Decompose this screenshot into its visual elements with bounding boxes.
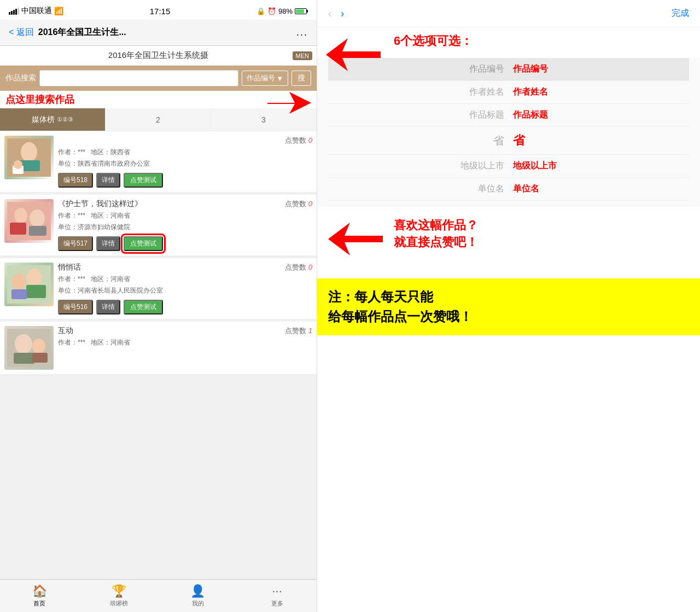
- work-title-row: 互动 点赞数 1: [58, 326, 312, 336]
- lock-icon: 🔒: [256, 7, 265, 15]
- nav-title: 2016年全国卫生计生...: [38, 27, 292, 38]
- work-info: 互动 点赞数 1 作者：*** 地区：河南省: [58, 326, 312, 370]
- work-thumbnail: [4, 136, 54, 179]
- annotation-arrow: [267, 92, 311, 116]
- like-instruction: 喜欢这幅作品？ 就直接点赞吧！: [394, 217, 478, 251]
- option-light-label: 作品标题: [328, 104, 509, 127]
- bottom-nav-ranking-label: 琅琊榜: [110, 599, 128, 608]
- work-meta-author: 作者：*** 地区：河南省: [58, 211, 312, 220]
- work-info: 点赞数 0 作者：*** 地区：陕西省 单位：陕西省渭南市政府办公室 编号518…: [58, 136, 312, 188]
- work-item: 《护士节，我们这样过》 点赞数 0 作者：*** 地区：河南省 单位：济源市妇幼…: [0, 195, 317, 256]
- done-button[interactable]: 完成: [672, 8, 689, 19]
- svg-marker-21: [326, 38, 381, 71]
- back-button[interactable]: < 返回: [9, 27, 34, 38]
- work-detail-button[interactable]: 详情: [96, 173, 120, 188]
- work-like-button[interactable]: 点赞测试: [124, 300, 163, 314]
- work-title: 悄悄话: [58, 263, 81, 272]
- battery-icon: [295, 8, 308, 14]
- svg-rect-15: [11, 289, 27, 299]
- note-line1: 注：每人每天只能: [328, 287, 689, 307]
- bottom-nav-ranking[interactable]: 🏆 琅琊榜: [79, 580, 159, 612]
- like-arrow-indicator: [328, 223, 383, 258]
- ranking-icon: 🏆: [112, 584, 126, 598]
- tab-2[interactable]: 2: [106, 108, 211, 131]
- svg-rect-20: [32, 353, 48, 363]
- bottom-nav-home[interactable]: 🏠 首页: [0, 580, 79, 612]
- nav-bar: < 返回 2016年全国卫生计生... ...: [0, 20, 317, 46]
- instruction-panel: ‹ › 完成 6个选项可选： 作品编号 作品编号 作者姓名 作者姓名: [317, 0, 700, 612]
- bottom-nav-more[interactable]: ··· 更多: [237, 580, 317, 612]
- svg-point-2: [21, 142, 37, 162]
- app-header-text: 2016年全国卫生计生系统摄: [108, 50, 208, 60]
- dropdown-icon: ▼: [276, 74, 283, 83]
- left-arrow-indicator: [326, 38, 381, 73]
- status-bar: 中国联通 📶 17:15 🔒 ⏰ 98%: [0, 0, 317, 20]
- work-like-button[interactable]: 点赞测试: [124, 236, 163, 251]
- svg-point-5: [14, 160, 22, 169]
- nav-arrows: ‹ ›: [328, 7, 344, 20]
- work-meta-unit: 单位：陕西省渭南市政府办公室: [58, 159, 312, 168]
- work-item: 互动 点赞数 1 作者：*** 地区：河南省: [0, 322, 317, 375]
- tab-mediabang[interactable]: 媒体榜 ①②③: [0, 108, 106, 131]
- tab-rank-numbers: ①②③: [57, 116, 73, 123]
- work-id-button[interactable]: 编号516: [58, 300, 93, 314]
- option-bold-label: 单位名: [509, 178, 689, 201]
- like-instruction-line1: 喜欢这幅作品？: [394, 217, 478, 234]
- carrier-label: 中国联通: [21, 6, 52, 16]
- forward-arrow-button[interactable]: ›: [341, 7, 345, 20]
- menu-button[interactable]: MEN: [293, 51, 312, 60]
- option-row: 地级以上市 地级以上市: [328, 155, 689, 178]
- option-light-label: 省: [328, 127, 509, 155]
- option-light-label: 地级以上市: [328, 155, 509, 178]
- options-section: 作品编号 作品编号 作者姓名 作者姓名 作品标题 作品标题 省 省 地级以上市 …: [317, 58, 700, 206]
- work-title: 《护士节，我们这样过》: [58, 199, 142, 209]
- note-line2: 给每幅作品点一次赞哦！: [328, 307, 689, 327]
- svg-point-12: [27, 269, 42, 286]
- work-info: 《护士节，我们这样过》 点赞数 0 作者：*** 地区：河南省 单位：济源市妇幼…: [58, 199, 312, 251]
- work-thumbnail: [4, 263, 54, 306]
- search-input[interactable]: [39, 70, 238, 86]
- option-light-label: 作者姓名: [328, 81, 509, 104]
- work-meta-author: 作者：*** 地区：河南省: [58, 338, 312, 347]
- option-row: 作品编号 作品编号: [328, 58, 689, 81]
- home-icon: 🏠: [32, 584, 47, 598]
- search-bar: 作品搜索 作品编号 ▼ 搜: [0, 66, 317, 91]
- work-likes: 点赞数 1: [285, 326, 312, 336]
- search-type-button[interactable]: 作品编号 ▼: [242, 71, 288, 86]
- work-like-button[interactable]: 点赞测试: [124, 173, 163, 188]
- work-likes: 点赞数 0: [285, 136, 312, 145]
- section-title: 6个选项可选：: [394, 33, 689, 49]
- work-detail-button[interactable]: 详情: [96, 236, 120, 251]
- work-meta-author: 作者：*** 地区：陕西省: [58, 148, 312, 157]
- status-left: 中国联通 📶: [9, 6, 63, 16]
- option-bold-label: 作品编号: [509, 58, 689, 81]
- option-row: 单位名 单位名: [328, 178, 689, 201]
- back-arrow-button[interactable]: ‹: [328, 7, 332, 20]
- right-nav: ‹ › 完成: [317, 0, 700, 27]
- option-row: 作者姓名 作者姓名: [328, 81, 689, 104]
- annotation-text: 点这里搜索作品: [5, 93, 74, 106]
- work-list: 点赞数 0 作者：*** 地区：陕西省 单位：陕西省渭南市政府办公室 编号518…: [0, 131, 317, 579]
- option-light-label: 单位名: [328, 178, 509, 201]
- svg-rect-13: [26, 285, 46, 298]
- note-block: 注：每人每天只能 给每幅作品点一次赞哦！: [317, 278, 700, 335]
- section-header: 6个选项可选：: [394, 33, 689, 49]
- options-table: 作品编号 作品编号 作者姓名 作者姓名 作品标题 作品标题 省 省 地级以上市 …: [328, 58, 689, 201]
- bottom-nav-profile-label: 我的: [192, 599, 204, 608]
- work-detail-button[interactable]: 详情: [96, 300, 120, 314]
- bottom-nav-profile[interactable]: 👤 我的: [159, 580, 238, 612]
- bottom-nav-home-label: 首页: [33, 599, 45, 608]
- work-likes: 点赞数 0: [285, 199, 312, 209]
- work-item: 点赞数 0 作者：*** 地区：陕西省 单位：陕西省渭南市政府办公室 编号518…: [0, 131, 317, 193]
- svg-point-19: [32, 339, 45, 354]
- search-section: 6个选项可选：: [317, 27, 700, 58]
- option-row: 作品标题 作品标题: [328, 104, 689, 127]
- work-id-button[interactable]: 编号518: [58, 173, 93, 188]
- work-actions: 编号516 详情 点赞测试: [58, 300, 312, 314]
- search-go-button[interactable]: 搜: [291, 71, 311, 86]
- alarm-icon: ⏰: [267, 7, 276, 15]
- svg-point-7: [14, 208, 27, 223]
- work-id-button[interactable]: 编号517: [58, 236, 93, 251]
- more-button[interactable]: ...: [296, 27, 308, 38]
- option-bold-label: 作者姓名: [509, 81, 689, 104]
